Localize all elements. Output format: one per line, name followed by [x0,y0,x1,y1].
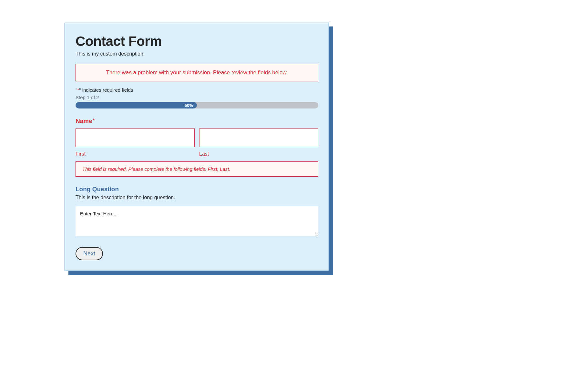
form-title: Contact Form [76,34,318,49]
error-banner: There was a problem with your submission… [76,64,318,81]
form-description: This is my custom description. [76,51,318,57]
progress-bar: 50% [76,102,318,108]
last-name-column: Last [199,129,318,157]
first-name-column: First [76,129,195,157]
long-question-description: This is the description for the long que… [76,195,318,201]
form-wrapper: Contact Form This is my custom descripti… [65,23,329,271]
step-indicator: Step 1 of 2 [76,95,318,100]
progress-percent-text: 50% [185,103,193,108]
progress-fill: 50% [76,102,197,108]
long-question-label: Long Question [76,186,318,193]
last-name-input[interactable] [199,129,318,147]
form-container: Contact Form This is my custom descripti… [65,23,329,271]
last-name-sublabel: Last [199,151,318,157]
first-name-input[interactable] [76,129,195,147]
first-name-sublabel: First [76,151,195,157]
long-question-textarea[interactable] [76,206,318,236]
name-row: First Last [76,129,318,157]
next-button[interactable]: Next [76,247,103,260]
required-fields-note: "*" indicates required fields [76,87,318,93]
name-field-label: Name* [76,118,318,125]
name-required-asterisk-icon: * [93,118,95,123]
name-label-text: Name [76,118,92,124]
name-field-error: This field is required. Please complete … [76,161,318,177]
required-note-suffix: " indicates required fields [79,87,133,93]
